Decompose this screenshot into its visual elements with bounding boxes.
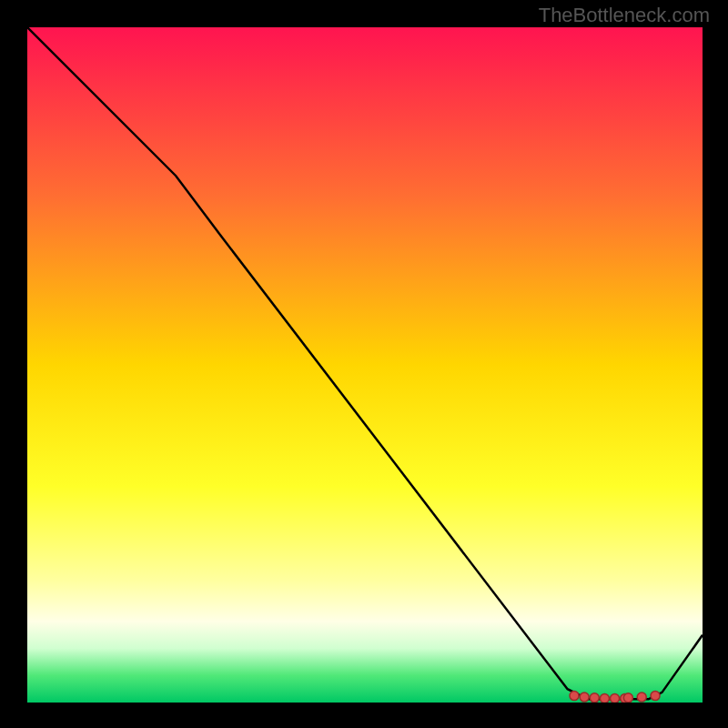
chart-marker: [590, 693, 599, 703]
chart-marker: [637, 693, 646, 702]
chart-marker: [580, 693, 589, 702]
chart-marker: [611, 694, 620, 703]
chart-marker: [600, 694, 609, 703]
chart-marker: [623, 693, 632, 703]
watermark-label: TheBottleneck.com: [539, 4, 710, 27]
chart-marker: [651, 692, 660, 701]
chart-svg: [27, 27, 703, 703]
chart-plot-area: [27, 27, 703, 703]
chart-marker: [570, 692, 579, 701]
